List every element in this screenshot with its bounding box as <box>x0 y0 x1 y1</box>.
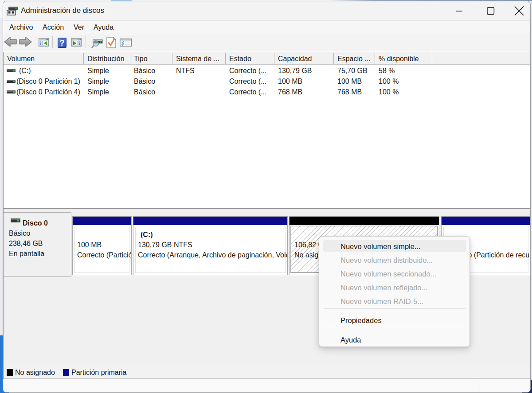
svg-text:?: ? <box>60 39 65 47</box>
